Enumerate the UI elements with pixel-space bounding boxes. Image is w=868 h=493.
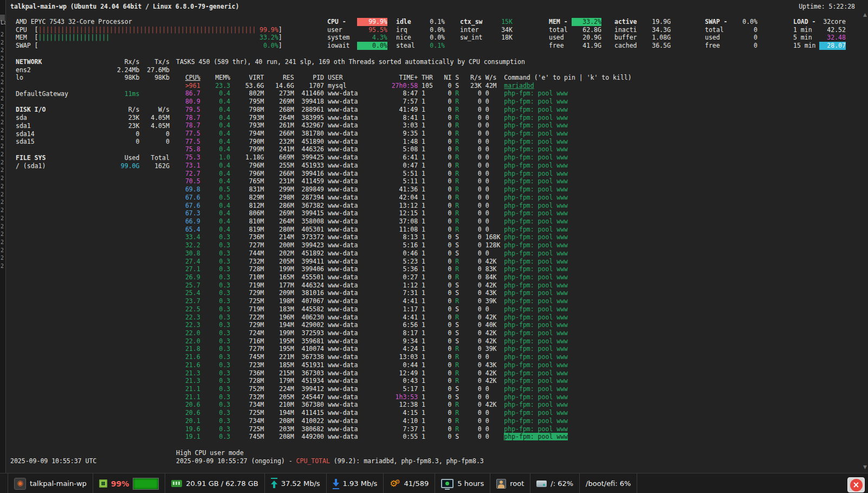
cell-mem-pct: 0.4 bbox=[200, 209, 230, 217]
cell-state: R bbox=[451, 258, 459, 266]
cell-read-rate: 23K bbox=[459, 82, 482, 90]
cell-read-rate: 0 bbox=[459, 369, 482, 377]
process-row: 67.60.5829M298M287394www-data42:0410R00p… bbox=[182, 194, 613, 202]
cell-virt: 745M bbox=[230, 433, 264, 441]
stat-row: system4.3% bbox=[327, 34, 387, 42]
cell-pid: 429002 bbox=[294, 321, 324, 329]
process-row: 22.50.3719M183M445582www-data1:1710S00ph… bbox=[182, 305, 613, 313]
taskbar-user-indicator[interactable]: root bbox=[490, 473, 530, 493]
cell-user: www-data bbox=[324, 417, 365, 425]
cell-res: 205M bbox=[264, 393, 294, 401]
stat-row: steal0.1% bbox=[396, 42, 445, 50]
cell-mem-pct: 0.5 bbox=[200, 185, 230, 194]
cell-mem-pct: 0.4 bbox=[200, 130, 230, 138]
cell-time: 27h0:58 bbox=[365, 82, 418, 90]
taskbar-processes-indicator[interactable]: ⚙⚙ 41/589 bbox=[384, 473, 435, 493]
cell-read-rate: 0 bbox=[459, 305, 482, 313]
sidebar-row: / (sda1)99.0G162G bbox=[16, 162, 170, 170]
background-window-text: 2 bbox=[1, 72, 4, 78]
taskbar-download-indicator[interactable]: 1.93 Mb/s bbox=[327, 473, 384, 493]
cell-nice: 0 bbox=[433, 353, 452, 361]
cell-virt: 1.18G bbox=[230, 153, 264, 162]
cell-thr: 1 bbox=[418, 409, 433, 417]
uptime-hours: 5 hours bbox=[457, 479, 484, 488]
cell-mem-pct: 23.3 bbox=[200, 82, 230, 90]
cell-virt: 794M bbox=[230, 130, 264, 138]
col-header-user: USER bbox=[324, 74, 365, 82]
stat-value: 62.8G bbox=[572, 26, 601, 34]
cell-time: 12:49 bbox=[365, 369, 418, 377]
scrollbar-down-arrow[interactable]: ▼ bbox=[863, 464, 867, 470]
cell-res: 298M bbox=[264, 194, 294, 202]
cell-mem-pct: 0.4 bbox=[200, 138, 230, 146]
stat-label: 1 min bbox=[793, 26, 819, 34]
taskbar-disk-root-indicator[interactable]: /: 62% bbox=[530, 473, 580, 493]
cell-command: php-fpm: pool www bbox=[500, 89, 613, 98]
cell-write-rate: 0 bbox=[482, 130, 501, 138]
taskbar-uptime-indicator[interactable]: 5 hours bbox=[435, 473, 490, 493]
cell-state: R bbox=[451, 89, 459, 98]
cell-state: R bbox=[451, 226, 459, 234]
cell-res: 165M bbox=[264, 273, 294, 281]
cell-state: R bbox=[451, 177, 459, 185]
cell-cpu-pct: 20.6 bbox=[182, 401, 200, 409]
taskbar-cpu-indicator[interactable]: 99% bbox=[93, 473, 166, 493]
process-row: 20.60.3734M210M367380www-data12:3810R042… bbox=[182, 401, 613, 409]
cell-read-rate: 0 bbox=[459, 202, 482, 210]
swap-bar-value: 0.0% bbox=[256, 42, 278, 50]
cell-write-rate: 0 bbox=[482, 226, 501, 234]
stat-label: irq bbox=[396, 26, 422, 34]
cell-write-rate: 0 bbox=[482, 145, 501, 153]
cell-write-rate: 0 bbox=[482, 393, 501, 401]
cell-pid: 451933 bbox=[294, 162, 324, 170]
cell-cpu-pct: 22.0 bbox=[182, 329, 200, 337]
stat-row: free0 bbox=[705, 42, 757, 50]
stat-value: 0.0% bbox=[357, 42, 387, 50]
cell-nice: 0 bbox=[433, 217, 452, 226]
cell-time: 9:35 bbox=[365, 130, 418, 138]
cell-virt: 53.6G bbox=[230, 82, 264, 90]
cell-mem-pct: 0.3 bbox=[200, 241, 230, 249]
cell-command: php-fpm: pool www bbox=[500, 361, 613, 369]
cell-write-rate: 0 bbox=[482, 106, 501, 114]
stat-value: 0.1% bbox=[422, 18, 445, 26]
command-text: mariadbd bbox=[504, 82, 613, 90]
taskbar-upload-indicator[interactable]: 37.52 Mb/s bbox=[265, 473, 327, 493]
cell-nice: 0 bbox=[433, 89, 452, 98]
sidebar-item-value1: 2.24Mb bbox=[68, 66, 140, 74]
cell-time: 5:36 bbox=[365, 265, 418, 273]
cell-read-rate: 0 bbox=[459, 217, 482, 226]
cell-pid: 373372 bbox=[294, 233, 324, 241]
cell-write-rate: 128K bbox=[482, 241, 501, 249]
background-window-text: 2 bbox=[1, 199, 4, 206]
cell-cpu-pct: 21.6 bbox=[182, 361, 200, 369]
taskbar-memory-indicator[interactable]: 20.91 GB / 62.78 GB bbox=[165, 473, 264, 493]
close-button[interactable]: × bbox=[847, 477, 865, 492]
bar-open-bracket: [ bbox=[35, 34, 38, 41]
cell-pid: 245447 bbox=[294, 393, 324, 401]
download-rate: 1.93 Mb/s bbox=[343, 479, 378, 488]
cell-thr: 1 bbox=[418, 153, 433, 162]
stat-value: 33.2% bbox=[572, 18, 601, 26]
cell-cpu-pct: 22.0 bbox=[182, 337, 200, 345]
cell-read-rate: 0 bbox=[459, 353, 482, 361]
cell-read-rate: 0 bbox=[459, 241, 482, 249]
taskbar-disk-boot-indicator[interactable]: /boot/efi: 6% bbox=[580, 473, 637, 493]
cell-thr: 1 bbox=[418, 114, 433, 122]
taskbar-session-tab[interactable]: ◉ talkpal-main-wp bbox=[8, 473, 93, 493]
process-row: 30.80.3744M202M451892www-data0:4610S00ph… bbox=[182, 249, 613, 258]
background-window-text: 2 bbox=[1, 95, 4, 102]
cell-time: 0:43 bbox=[365, 377, 418, 385]
stat-label: user bbox=[327, 26, 357, 34]
cell-virt: 725M bbox=[230, 425, 264, 433]
cell-time: 8:47 bbox=[365, 89, 418, 98]
cell-write-rate: 42K bbox=[482, 337, 501, 345]
stat-label: buffer bbox=[614, 34, 640, 42]
cell-user: www-data bbox=[324, 177, 365, 185]
cell-cpu-pct: 25.7 bbox=[182, 281, 200, 290]
alert-metric: CPU_TOTAL bbox=[296, 457, 330, 465]
process-row: 78.70.4793M264M383995www-data8:4110R00ph… bbox=[182, 114, 613, 122]
scrollbar-up-arrow[interactable]: ▲ bbox=[863, 12, 867, 17]
cell-res: 208M bbox=[264, 433, 294, 441]
stat-value: 4.3% bbox=[357, 34, 387, 42]
